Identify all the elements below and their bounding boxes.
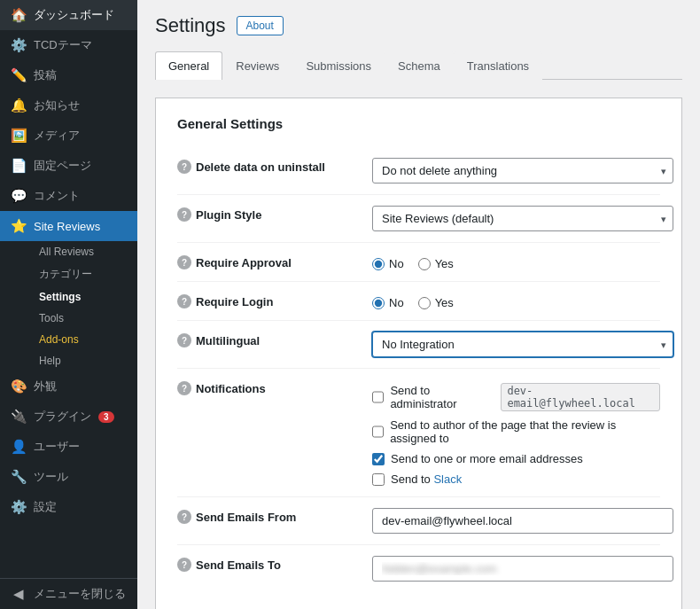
sidebar-item-notices[interactable]: 🔔 お知らせ [0, 90, 137, 121]
field-label-multilingual: ? Multilingual [177, 332, 372, 347]
send-emails-to-input[interactable] [372, 556, 673, 582]
sidebar-item-settings[interactable]: Settings [32, 286, 137, 308]
multilingual-select[interactable]: No Integration WPML Polylang [372, 332, 673, 357]
plugin-style-select-wrapper: Site Reviews (default) None ▾ [372, 206, 673, 231]
field-delete-data: ? Delete data on uninstall Do not delete… [177, 147, 660, 195]
sidebar-item-comments[interactable]: 💬 コメント [0, 181, 137, 211]
tab-general[interactable]: General [155, 51, 222, 80]
dashboard-icon: 🏠 [11, 7, 27, 23]
notification-send-admin[interactable]: Send to administrator dev-email@flywheel… [372, 383, 660, 411]
notifications-checkbox-group: Send to administrator dev-email@flywheel… [372, 379, 660, 486]
sidebar-item-pages[interactable]: 📄 固定ページ [0, 151, 137, 181]
help-icon-require-login[interactable]: ? [177, 294, 191, 308]
sidebar-item-label: 投稿 [34, 67, 57, 83]
help-icon-plugin-style[interactable]: ? [177, 207, 191, 222]
field-require-approval: ? Require Approval No Yes [177, 243, 660, 282]
field-label-send-emails-from: ? Send Emails From [177, 508, 372, 524]
sidebar-item-appearance[interactable]: 🎨 外観 [0, 371, 137, 402]
settings-icon: ⚙️ [11, 499, 27, 515]
plugin-icon: 🔌 [11, 409, 27, 425]
slack-link[interactable]: Slack [433, 472, 462, 486]
sidebar-item-label: 固定ページ [34, 158, 91, 174]
tab-schema[interactable]: Schema [385, 51, 454, 80]
field-control-plugin-style: Site Reviews (default) None ▾ [372, 206, 673, 231]
field-label-notifications: ? Notifications [177, 379, 372, 395]
field-control-delete-data: Do not delete anything Delete all data ▾ [372, 158, 673, 183]
require-approval-yes-radio[interactable] [418, 258, 431, 270]
section-title: General Settings [177, 116, 660, 131]
help-icon-send-to[interactable]: ? [177, 558, 191, 572]
sidebar-item-label: メニューを閉じる [34, 586, 126, 602]
require-login-yes[interactable]: Yes [418, 296, 454, 309]
require-approval-no-radio[interactable] [372, 258, 385, 270]
send-author-checkbox[interactable] [372, 426, 384, 438]
edit-icon: ✏️ [11, 67, 27, 83]
plugin-style-select[interactable]: Site Reviews (default) None [372, 206, 673, 231]
sidebar-item-settings-main[interactable]: ⚙️ 設定 [0, 492, 137, 522]
field-send-emails-to: ? Send Emails To [177, 545, 660, 592]
sidebar-item-collapse[interactable]: ◀ メニューを閉じる [0, 579, 137, 609]
require-login-yes-radio[interactable] [418, 297, 431, 309]
help-icon-require-approval[interactable]: ? [177, 255, 191, 269]
require-login-no-radio[interactable] [372, 297, 385, 309]
sidebar-item-label: ツール [34, 469, 68, 485]
sidebar-item-media[interactable]: 🖼️ メディア [0, 121, 137, 151]
require-login-no[interactable]: No [372, 296, 404, 309]
field-control-multilingual: No Integration WPML Polylang ▾ [372, 332, 673, 357]
help-icon-delete[interactable]: ? [177, 160, 191, 174]
sidebar-item-tcd-theme[interactable]: ⚙️ TCDテーマ [0, 30, 137, 60]
field-require-login: ? Require Login No Yes [177, 282, 660, 321]
field-control-send-emails-to [372, 556, 673, 582]
send-emails-from-input[interactable] [372, 508, 673, 534]
notification-send-emails[interactable]: Send to one or more email addresses [372, 452, 660, 465]
tab-reviews[interactable]: Reviews [222, 51, 292, 80]
sidebar-item-label: コメント [34, 188, 80, 204]
sidebar-item-plugins[interactable]: 🔌 プラグイン 3 [0, 402, 137, 432]
send-slack-checkbox[interactable] [372, 473, 385, 486]
field-control-notifications: Send to administrator dev-email@flywheel… [372, 379, 660, 486]
require-login-radio-group: No Yes [372, 293, 660, 309]
notification-send-slack[interactable]: Send to Slack [372, 472, 660, 486]
star-icon: ⭐ [11, 218, 27, 234]
sidebar-item-addons[interactable]: Add-ons [32, 329, 137, 350]
sidebar-item-label: 設定 [34, 499, 57, 515]
notification-send-author[interactable]: Send to author of the page that the revi… [372, 418, 660, 445]
sidebar-item-help[interactable]: Help [32, 350, 137, 371]
sidebar-item-posts[interactable]: ✏️ 投稿 [0, 60, 137, 90]
sidebar-item-site-reviews[interactable]: ⭐ Site Reviews [0, 211, 137, 241]
submenu-label: Add-ons [39, 333, 79, 346]
sidebar-item-tools[interactable]: Tools [32, 308, 137, 329]
sidebar-item-categories[interactable]: カテゴリー [32, 262, 137, 286]
require-approval-no[interactable]: No [372, 257, 404, 270]
page-title: Settings [155, 14, 226, 37]
bell-icon: 🔔 [11, 98, 27, 113]
help-icon-multilingual[interactable]: ? [177, 333, 191, 347]
tab-submissions[interactable]: Submissions [292, 51, 385, 80]
send-admin-checkbox[interactable] [372, 391, 384, 403]
sidebar-item-label: Site Reviews [34, 220, 100, 233]
field-control-send-emails-from [372, 508, 673, 534]
sidebar-item-dashboard[interactable]: 🏠 ダッシュボード [0, 0, 137, 30]
field-control-require-approval: No Yes [372, 254, 660, 270]
help-icon-notifications[interactable]: ? [177, 381, 191, 395]
field-label-plugin-style: ? Plugin Style [177, 206, 372, 222]
field-multilingual: ? Multilingual No Integration WPML Polyl… [177, 321, 660, 369]
field-send-emails-from: ? Send Emails From [177, 497, 660, 545]
about-button[interactable]: About [237, 16, 284, 35]
sidebar-footer: ◀ メニューを閉じる [0, 578, 137, 609]
sidebar-item-users[interactable]: 👤 ユーザー [0, 432, 137, 462]
delete-data-select[interactable]: Do not delete anything Delete all data [372, 158, 673, 183]
sidebar-item-label: メディア [34, 128, 80, 144]
field-control-require-login: No Yes [372, 293, 660, 309]
submenu-label: Tools [39, 312, 64, 324]
sidebar-item-tools-main[interactable]: 🔧 ツール [0, 462, 137, 492]
comment-icon: 💬 [11, 188, 27, 204]
sidebar-item-all-reviews[interactable]: All Reviews [32, 241, 137, 262]
send-emails-checkbox[interactable] [372, 453, 385, 465]
require-approval-yes[interactable]: Yes [418, 257, 454, 270]
field-label-send-emails-to: ? Send Emails To [177, 556, 372, 572]
tab-translations[interactable]: Translations [454, 51, 542, 80]
gear-icon: ⚙️ [11, 37, 27, 53]
help-icon-send-from[interactable]: ? [177, 510, 191, 524]
main-content: Settings About General Reviews Submissio… [137, 0, 700, 609]
